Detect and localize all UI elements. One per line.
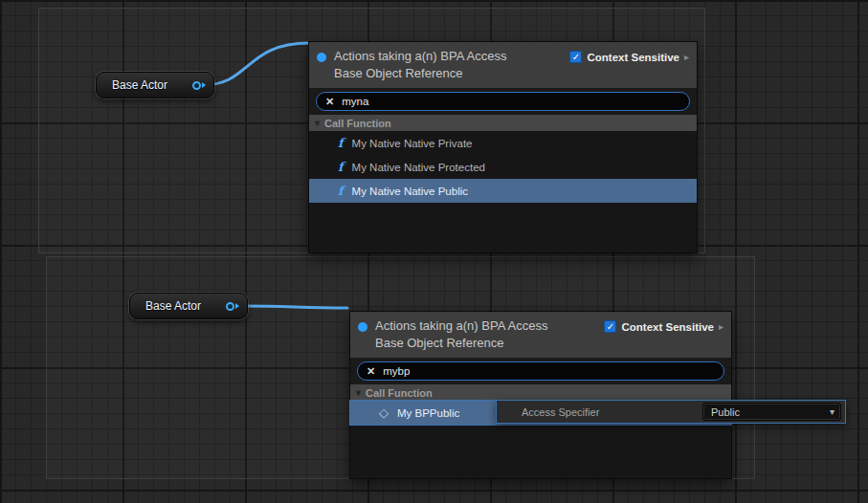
menu-item-label: My Native Native Protected	[352, 162, 485, 173]
menu-title-line1: Actions taking a(n) BPA Access	[334, 48, 562, 65]
checkbox-checked-icon[interactable]: ✓	[569, 51, 582, 63]
menu-header: Actions taking a(n) BPA Access Base Obje…	[350, 312, 731, 358]
blueprint-graph-canvas[interactable]: Base Actor Base Actor Actions taking a(n…	[0, 0, 868, 503]
clear-search-icon[interactable]: ✕	[367, 366, 375, 377]
expander-right-icon[interactable]: ▸	[684, 51, 689, 64]
function-icon: f	[338, 185, 344, 197]
category-label: Call Function	[324, 118, 391, 129]
collapse-arrow-icon[interactable]: ▾	[315, 119, 320, 128]
menu-item-my-native-native-private[interactable]: f My Native Native Private	[309, 131, 697, 155]
context-sensitive-label: Context Sensitive	[621, 320, 714, 334]
pin-arrow-icon	[235, 303, 239, 309]
search-row: ✕	[350, 358, 731, 384]
search-box[interactable]: ✕	[357, 361, 724, 381]
node-title: Base Actor	[112, 78, 167, 92]
search-input[interactable]	[342, 96, 680, 107]
menu-title-line1: Actions taking a(n) BPA Access	[375, 317, 596, 335]
base-actor-node-top[interactable]: Base Actor	[96, 72, 214, 98]
access-specifier-tooltip: Access Specifier Public ▾	[496, 400, 846, 424]
pin-circle-icon	[192, 81, 201, 90]
actions-dot-icon	[317, 53, 326, 62]
chevron-down-icon: ▾	[830, 407, 835, 417]
actions-dot-icon	[358, 322, 367, 332]
context-sensitive-toggle[interactable]: ✓ Context Sensitive ▸	[604, 320, 723, 352]
access-specifier-label: Access Specifier	[522, 406, 599, 418]
object-output-pin[interactable]	[226, 302, 239, 311]
object-output-pin[interactable]	[192, 81, 206, 90]
menu-item-my-native-native-public[interactable]: f My Native Native Public	[309, 179, 697, 203]
category-label: Call Function	[366, 387, 433, 399]
search-input[interactable]	[383, 365, 715, 377]
category-call-function[interactable]: ▾ Call Function	[350, 384, 731, 401]
menu-title-line2: Base Object Reference	[375, 335, 596, 352]
category-call-function[interactable]: ▾ Call Function	[309, 115, 697, 131]
blueprint-action-menu-top: Actions taking a(n) BPA Access Base Obje…	[308, 41, 698, 253]
menu-item-label: My Native Native Public	[352, 186, 468, 197]
function-icon: f	[338, 137, 344, 149]
access-specifier-dropdown[interactable]: Public ▾	[702, 403, 841, 421]
pin-circle-icon	[226, 302, 234, 311]
menu-title: Actions taking a(n) BPA Access Base Obje…	[334, 48, 562, 82]
blueprint-function-icon: ◇	[379, 406, 389, 419]
expander-right-icon[interactable]: ▸	[719, 320, 723, 334]
context-sensitive-label: Context Sensitive	[587, 51, 679, 64]
node-title: Base Actor	[145, 299, 201, 313]
checkbox-checked-icon[interactable]: ✓	[604, 320, 616, 333]
base-actor-node-bottom[interactable]: Base Actor	[129, 293, 248, 319]
collapse-arrow-icon[interactable]: ▾	[356, 388, 361, 398]
menu-list: f My Native Native Private f My Native N…	[309, 131, 697, 252]
context-sensitive-toggle[interactable]: ✓ Context Sensitive ▸	[569, 51, 689, 82]
dropdown-value: Public	[711, 406, 740, 418]
menu-item-label: My BPPublic	[397, 407, 459, 419]
menu-header: Actions taking a(n) BPA Access Base Obje…	[309, 42, 697, 88]
search-row: ✕	[309, 88, 697, 115]
menu-title: Actions taking a(n) BPA Access Base Obje…	[375, 317, 596, 352]
clear-search-icon[interactable]: ✕	[325, 97, 334, 107]
search-box[interactable]: ✕	[316, 92, 690, 111]
menu-item-label: My Native Native Private	[352, 138, 473, 149]
pin-arrow-icon	[202, 82, 206, 88]
menu-title-line2: Base Object Reference	[334, 65, 562, 82]
menu-item-my-native-native-protected[interactable]: f My Native Native Protected	[309, 155, 697, 179]
blueprint-action-menu-bottom: Actions taking a(n) BPA Access Base Obje…	[349, 311, 732, 479]
function-icon: f	[338, 161, 344, 173]
